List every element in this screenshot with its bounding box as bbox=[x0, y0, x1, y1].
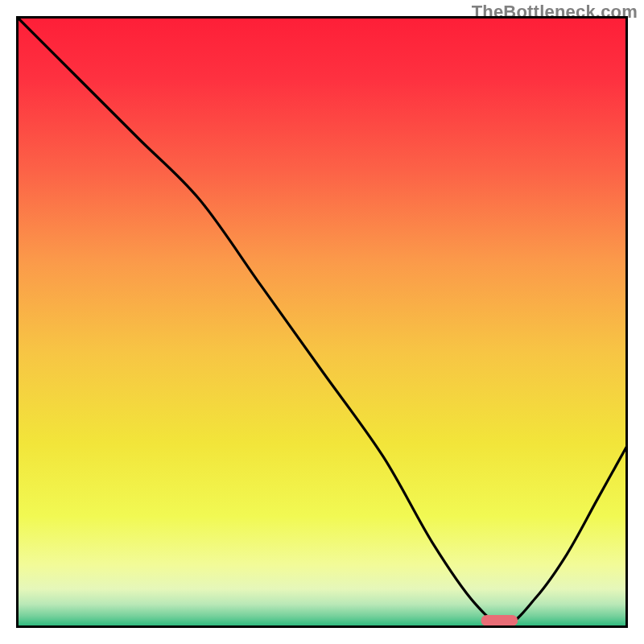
chart-container: TheBottleneck.com bbox=[0, 0, 644, 644]
bottleneck-chart bbox=[16, 16, 628, 628]
optimal-marker bbox=[481, 615, 518, 626]
